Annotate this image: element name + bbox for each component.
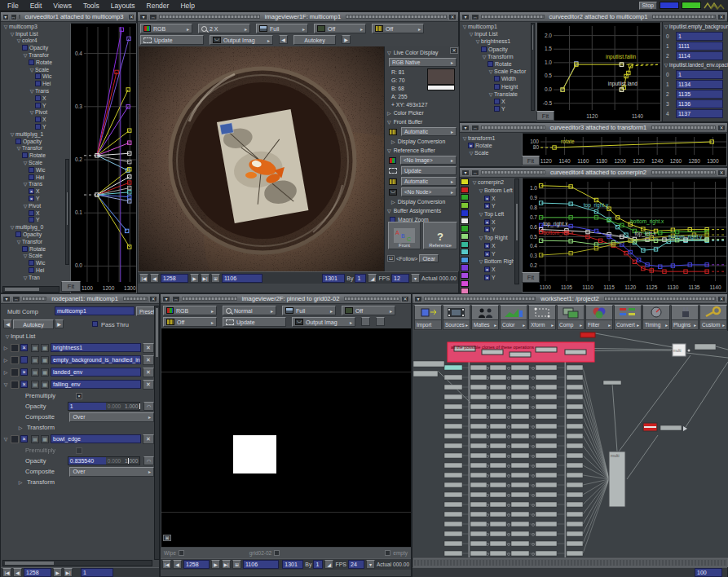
- curve-visibility-checkbox[interactable]: [29, 167, 34, 173]
- tree-item-x[interactable]: X: [2, 209, 64, 217]
- sidebar--no-image-[interactable]: <No Image>▸: [385, 155, 459, 165]
- expander-icon[interactable]: ▷: [2, 369, 9, 375]
- curve-visibility-checkbox[interactable]: ×: [468, 143, 474, 148]
- graph-node[interactable]: [470, 492, 487, 497]
- curve-visibility-checkbox[interactable]: ×: [29, 188, 34, 194]
- graph-node[interactable]: [490, 463, 506, 468]
- graph-node[interactable]: [511, 531, 529, 536]
- autokey-prev[interactable]: ◀: [279, 35, 288, 44]
- graph-node[interactable]: [470, 394, 487, 399]
- curve-visibility-checkbox[interactable]: [35, 81, 41, 86]
- graph-node[interactable]: [470, 453, 487, 458]
- sidebar-update[interactable]: Update: [385, 165, 459, 176]
- graph-node[interactable]: [536, 434, 557, 438]
- imageviewer2-titlebar[interactable]: ▾ ↔ imageviewer2F: pinned to grid02-02 ✕: [161, 294, 411, 304]
- goto-end-button[interactable]: ▶|: [222, 560, 231, 569]
- expander-icon[interactable]: ▽: [387, 148, 391, 153]
- curve-visibility-checkbox[interactable]: [15, 231, 21, 237]
- expander-icon[interactable]: ▽: [15, 239, 22, 244]
- curve-color-swatch[interactable]: [461, 257, 469, 263]
- graph-node[interactable]: [536, 551, 557, 556]
- window-menu-icon[interactable]: ▾: [162, 296, 170, 302]
- autokey-next[interactable]: ▶: [55, 319, 64, 328]
- expander-icon[interactable]: ▽: [2, 381, 9, 387]
- curve-visibility-checkbox[interactable]: [494, 106, 500, 112]
- tree-item-trans[interactable]: ▽Trans: [2, 87, 64, 95]
- sidebar-automatic[interactable]: Automatic▸: [385, 176, 459, 187]
- fit-button[interactable]: Fit: [61, 281, 81, 292]
- tool-convert[interactable]: Convert▸: [614, 305, 642, 330]
- expander-icon[interactable]: ▽: [2, 24, 9, 29]
- curve-visibility-checkbox[interactable]: ×: [29, 196, 34, 201]
- thumbnail-icon[interactable]: [11, 368, 19, 377]
- fps-dropdown-icon[interactable]: ▾: [366, 560, 375, 569]
- clear-button[interactable]: Clear: [419, 254, 439, 262]
- tree-item-multiplyg-1[interactable]: ▽multiplyg_1: [2, 130, 64, 138]
- tree-item-transfor[interactable]: ▽Transfor: [2, 145, 64, 152]
- tree-item-hei[interactable]: Hei: [2, 174, 64, 181]
- graph-node[interactable]: [490, 541, 506, 546]
- key-value-field[interactable]: 1137: [676, 109, 723, 118]
- menu-edit[interactable]: Edit: [26, 2, 46, 10]
- stop-button[interactable]: Stop: [639, 2, 657, 10]
- goto-end-button[interactable]: ▶|: [201, 274, 210, 283]
- graph-node[interactable]: [444, 394, 462, 399]
- menu-help[interactable]: Help: [176, 2, 198, 10]
- graph-node[interactable]: [444, 453, 462, 458]
- tree-item-x[interactable]: X: [461, 98, 530, 105]
- graph-node[interactable]: [567, 453, 583, 458]
- graph-node[interactable]: [490, 502, 506, 507]
- delete-input-button[interactable]: ✕: [143, 434, 154, 444]
- fit-button[interactable]: Fit: [522, 156, 540, 165]
- graph-node[interactable]: [511, 502, 529, 507]
- curve-color-swatch[interactable]: [461, 280, 469, 287]
- curveeditor2-graph[interactable]: -0.50.00.51.01.52.011201140inputlist.fal…: [536, 22, 661, 121]
- zoom-select[interactable]: Normal▸: [223, 306, 276, 315]
- graph-node[interactable]: [444, 463, 462, 468]
- graph-node[interactable]: [511, 551, 529, 556]
- tree-item-hei[interactable]: Hei: [2, 266, 64, 274]
- tree-item-multicomp1[interactable]: ▽multicomp1: [461, 23, 530, 30]
- graph-node[interactable]: [536, 512, 557, 517]
- update-button[interactable]: Update: [223, 317, 286, 327]
- graph-node[interactable]: [567, 404, 583, 409]
- wipe-handle[interactable]: [385, 550, 390, 556]
- tree-item-brightness1[interactable]: ▽brightness1: [461, 37, 530, 45]
- close-icon[interactable]: ✕: [401, 296, 409, 302]
- tree-item-rotate[interactable]: Rotate: [2, 152, 64, 159]
- input-mode-icon[interactable]: ▤: [31, 368, 39, 377]
- graph-node[interactable]: [490, 551, 506, 556]
- viewer2-canvas[interactable]: ⊠: [161, 328, 411, 547]
- close-icon[interactable]: ✕: [717, 14, 726, 20]
- graph-node[interactable]: [511, 424, 529, 429]
- tree-item-x[interactable]: ×X: [471, 218, 514, 226]
- tool-xform[interactable]: Xform▸: [528, 305, 556, 330]
- resolution-select[interactable]: Full▸: [282, 306, 336, 315]
- window-link-icon[interactable]: ↔: [172, 296, 180, 302]
- selected-node[interactable]: [565, 350, 586, 355]
- multi-node[interactable]: [609, 451, 625, 507]
- tree-item-wic[interactable]: Wic: [2, 166, 64, 174]
- expander-icon[interactable]: ▽: [387, 50, 391, 55]
- graph-node[interactable]: [567, 424, 583, 429]
- graph-node[interactable]: [567, 482, 583, 487]
- expander-icon[interactable]: ▽: [488, 91, 494, 97]
- loop-icon[interactable]: ◢: [368, 274, 377, 283]
- expander-icon[interactable]: ▽: [468, 150, 474, 156]
- graph-node[interactable]: [511, 522, 529, 526]
- key-value-field[interactable]: 1134: [676, 80, 723, 89]
- expander-icon[interactable]: ▽: [478, 211, 484, 217]
- curve-color-swatch[interactable]: [461, 209, 469, 216]
- lut-select[interactable]: Off▸: [372, 24, 424, 33]
- graph-node[interactable]: [567, 375, 583, 380]
- expander-icon[interactable]: ▷: [2, 345, 9, 350]
- tree-item-multiplyg-0[interactable]: ▽multiplyg_0: [2, 223, 64, 231]
- curve-color-swatch[interactable]: [461, 218, 469, 224]
- input-mode-icon[interactable]: ▦: [41, 344, 49, 352]
- tool-plugins[interactable]: Plugins▸: [671, 305, 699, 330]
- input-row-bowl_edge[interactable]: ▽×▤▦bowl_edge✕: [2, 433, 154, 445]
- curve-visibility-checkbox[interactable]: ×: [484, 203, 490, 209]
- graph-node[interactable]: [490, 531, 506, 536]
- tree-scrollbar[interactable]: [531, 23, 535, 111]
- expander-icon[interactable]: ▽: [481, 54, 488, 59]
